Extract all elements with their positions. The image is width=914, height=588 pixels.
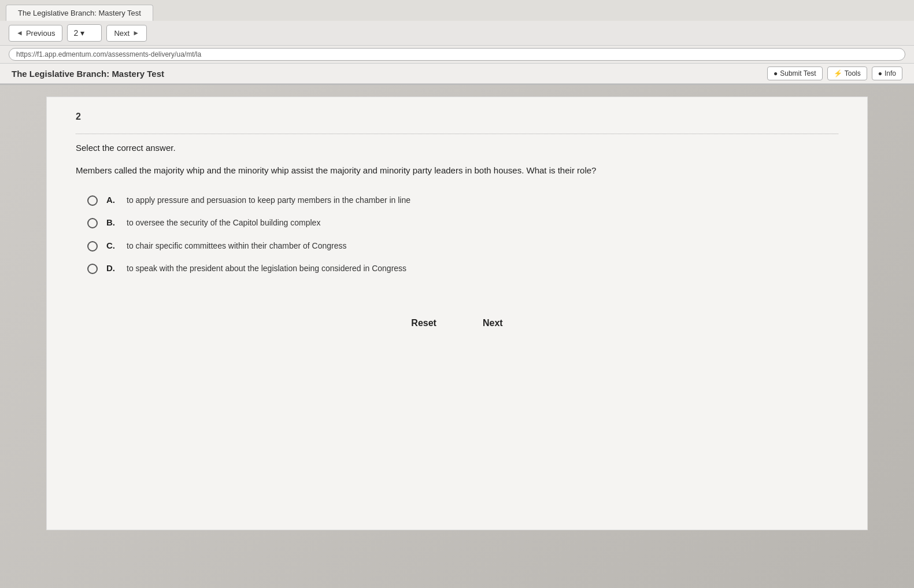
next-icon: ► — [132, 29, 139, 37]
url-display[interactable]: https://f1.app.edmentum.com/assessments-… — [9, 48, 905, 61]
page-content: 2 Select the correct answer. Members cal… — [46, 97, 868, 530]
option-c-letter: C. — [106, 241, 118, 250]
previous-label: Previous — [26, 29, 55, 38]
option-c-text: to chair specific committees within thei… — [127, 241, 346, 252]
submit-test-button[interactable]: ● Submit Test — [767, 66, 823, 80]
tab-title: The Legislative Branch: Mastery Test — [18, 9, 141, 17]
tab-bar: The Legislative Branch: Mastery Test — [0, 0, 914, 21]
submit-icon: ● — [774, 69, 778, 77]
previous-button[interactable]: ◄ Previous — [9, 25, 62, 42]
answer-options: A. to apply pressure and persuasion to k… — [87, 195, 838, 275]
browser-window: The Legislative Branch: Mastery Test ◄ P… — [0, 0, 914, 588]
instruction-text: Select the correct answer. — [76, 143, 838, 153]
nav-controls-row: ◄ Previous 2 ▾ Next ► — [0, 21, 914, 46]
option-d[interactable]: D. to speak with the president about the… — [87, 263, 838, 275]
option-b-text: to oversee the security of the Capitol b… — [127, 217, 320, 229]
radio-b[interactable] — [87, 218, 98, 228]
option-a[interactable]: A. to apply pressure and persuasion to k… — [87, 195, 838, 206]
option-c[interactable]: C. to chair specific committees within t… — [87, 241, 838, 252]
test-name-display: The Legislative Branch: Mastery Test — [12, 69, 164, 79]
option-d-text: to speak with the president about the le… — [127, 263, 406, 275]
next-question-button[interactable]: Next — [477, 315, 509, 331]
question-number-display: 2 — [73, 28, 78, 38]
radio-a[interactable] — [87, 195, 98, 206]
question-number: 2 — [76, 112, 838, 122]
bottom-actions: Reset Next — [76, 304, 838, 331]
option-a-letter: A. — [106, 195, 118, 205]
dropdown-icon: ▾ — [80, 28, 84, 38]
tools-icon: ⚡ — [834, 69, 842, 77]
tools-button[interactable]: ⚡ Tools — [827, 66, 867, 80]
question-text: Members called the majority whip and the… — [76, 164, 838, 177]
option-b[interactable]: B. to oversee the security of the Capito… — [87, 217, 838, 229]
radio-c[interactable] — [87, 241, 98, 252]
browser-header: The Legislative Branch: Mastery Test ◄ P… — [0, 0, 914, 85]
next-button[interactable]: Next ► — [106, 25, 147, 42]
option-d-letter: D. — [106, 263, 118, 273]
reset-button[interactable]: Reset — [405, 315, 442, 331]
tools-label: Tools — [845, 69, 861, 77]
radio-d[interactable] — [87, 264, 98, 274]
previous-icon: ◄ — [16, 29, 23, 37]
toolbar-actions: ● Submit Test ⚡ Tools ● Info — [767, 66, 902, 80]
url-bar-row: https://f1.app.edmentum.com/assessments-… — [0, 46, 914, 64]
toolbar-row: The Legislative Branch: Mastery Test ● S… — [0, 64, 914, 84]
info-button[interactable]: ● Info — [872, 66, 902, 80]
info-label: Info — [885, 69, 896, 77]
option-b-letter: B. — [106, 217, 118, 227]
option-a-text: to apply pressure and persuasion to keep… — [127, 195, 410, 206]
info-icon: ● — [878, 69, 882, 77]
question-selector[interactable]: 2 ▾ — [67, 24, 102, 42]
active-tab[interactable]: The Legislative Branch: Mastery Test — [6, 5, 153, 21]
next-label: Next — [114, 29, 129, 38]
divider — [76, 134, 838, 134]
submit-label: Submit Test — [780, 69, 816, 77]
